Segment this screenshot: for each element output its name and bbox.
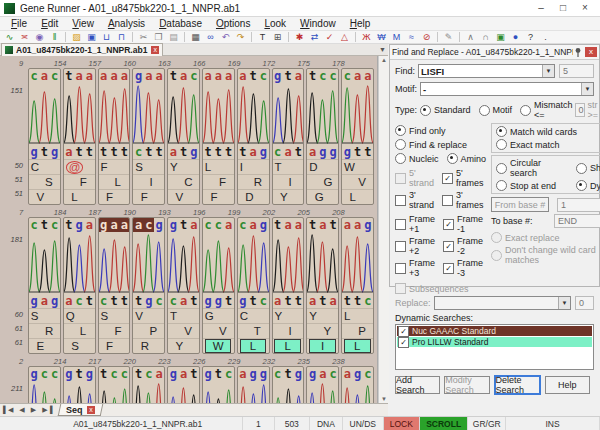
motif-m-icon[interactable]: M — [389, 31, 404, 43]
tab-list-dropdown-icon[interactable]: ▼ — [379, 46, 386, 53]
menu-look[interactable]: Look — [257, 18, 293, 29]
copy-icon[interactable]: ❐ — [151, 31, 166, 43]
check-frame-m1[interactable]: ✓Frame -1 — [443, 214, 483, 234]
check-3-strand[interactable]: 3' strand — [395, 190, 434, 210]
scroll-down-icon[interactable]: ▼ — [381, 395, 387, 403]
next-sheet-icon[interactable]: ▶ — [28, 406, 39, 414]
enzyme-icon[interactable]: ✱ — [292, 31, 307, 43]
check-5-frames[interactable]: ✓5' frames — [442, 168, 484, 188]
radio-nucleic[interactable]: Nucleic — [395, 153, 439, 164]
codon-cell[interactable]: caggtcCTL — [237, 217, 270, 354]
codon-cell[interactable]: taaatt@FL — [63, 68, 96, 205]
codon-cell[interactable]: aagttcLPL — [341, 217, 374, 354]
codon-cell[interactable]: gac — [306, 366, 339, 403]
check-frame-m2[interactable]: ✓Frame -2 — [443, 236, 483, 256]
codon-cell[interactable]: tgaactQLS — [63, 217, 96, 354]
open-folder-icon[interactable]: ▨ — [69, 31, 84, 43]
seq-tab-close-icon[interactable]: x — [87, 406, 95, 414]
delete-search-button[interactable]: Delete Search — [494, 375, 541, 395]
radio-show-all[interactable]: Show all — [576, 158, 600, 178]
check-frame-p3[interactable]: Frame +3 — [395, 258, 435, 278]
dynamic-search-item[interactable]: ✓Pro LILLW Standard — [397, 337, 592, 347]
codon-cell[interactable]: gtacatTIY — [272, 68, 305, 205]
menu-window[interactable]: Window — [293, 18, 343, 29]
orf-icon[interactable]: Ж — [359, 31, 374, 43]
prev-sheet-icon[interactable]: ◀ — [16, 406, 27, 414]
save-icon[interactable]: ▣ — [84, 31, 99, 43]
radio-exact-match[interactable]: Exact match — [496, 139, 600, 150]
codon-cell[interactable]: acgtgcVPR — [132, 217, 165, 354]
unlock-icon[interactable]: ⊔ — [99, 31, 114, 43]
menu-view[interactable]: View — [65, 18, 101, 29]
menu-file[interactable]: File — [4, 18, 34, 29]
radio-dynamic[interactable]: Dynamic — [576, 180, 600, 191]
minimize-button[interactable]: – — [530, 1, 552, 16]
codon-cell[interactable]: caagttWVL — [341, 68, 374, 205]
menu-edit[interactable]: Edit — [34, 18, 65, 29]
codon-cell[interactable]: gaacttSIF — [132, 68, 165, 205]
hairpin-icon[interactable]: ∧ — [463, 31, 478, 43]
check-5-strand[interactable]: 5' strand — [395, 168, 434, 188]
vertical-scrollbar[interactable]: ▲ ▼ — [378, 56, 389, 403]
menu-options[interactable]: Options — [209, 18, 257, 29]
codon-cell[interactable]: tcc — [98, 366, 131, 403]
trace-icon[interactable]: ∿ — [2, 31, 17, 43]
first-sheet-icon[interactable]: ▌◀ — [0, 406, 16, 414]
pin-icon[interactable] — [573, 47, 583, 58]
chromatogram-view[interactable]: 9154157160163166169172175178151505151cac… — [0, 56, 378, 403]
radio-match-wild[interactable]: Match wild cards — [496, 126, 600, 137]
radio-find-only[interactable]: Find only — [395, 125, 483, 136]
radio-exact-replace[interactable]: Exact replace — [491, 232, 600, 243]
codon-cell[interactable]: ctcgagSRE — [28, 217, 61, 354]
pattern-icon[interactable]: ▣ — [493, 31, 508, 43]
check-subsequences[interactable]: Subsequences — [395, 283, 483, 294]
radio-dont-change[interactable]: Don't change wild card matches — [491, 245, 600, 265]
paste-icon[interactable]: ▤ — [166, 31, 181, 43]
dynamic-search-item[interactable]: ✓Nuc GAAAC Standard — [397, 326, 592, 336]
find-input[interactable]: LISFI ▼ — [418, 64, 555, 78]
help-button[interactable]: Help — [545, 376, 590, 394]
radio-stop-at-end[interactable]: Stop at end — [496, 180, 568, 191]
radio-motif[interactable]: Motif — [479, 105, 513, 116]
codon-cell[interactable]: ccaggtGVW — [202, 217, 235, 354]
radio-standard[interactable]: Standard — [420, 105, 471, 116]
find-dropdown-icon[interactable]: ▼ — [542, 65, 554, 77]
menu-analysis[interactable]: Analysis — [101, 18, 152, 29]
print-icon[interactable]: ▦ — [188, 31, 203, 43]
tab-seq[interactable]: Seq x — [58, 404, 103, 416]
codon-cell[interactable]: ctg — [272, 366, 305, 403]
cut-icon[interactable]: ✂ — [136, 31, 151, 43]
codon-cell[interactable]: gcc — [28, 366, 61, 403]
check-3-frames[interactable]: 3' frames — [442, 190, 484, 210]
sequence-icon[interactable]: ≍ — [17, 31, 32, 43]
question-icon[interactable]: ? — [523, 31, 538, 43]
find-panel-close-icon[interactable]: x — [585, 47, 597, 57]
codon-cell[interactable]: atctagIRD — [237, 68, 270, 205]
motif-dropdown-icon[interactable]: ▼ — [581, 83, 593, 95]
codon-cell[interactable]: tccaggDGG — [306, 68, 339, 205]
document-tab[interactable]: A01_u8475bk220-1_1_NNPR.ab1 x — [1, 43, 163, 56]
stop-icon[interactable]: ⊘ — [419, 31, 434, 43]
loop-icon[interactable]: ∩ — [478, 31, 493, 43]
help-globe-icon[interactable]: ● — [508, 31, 523, 43]
from-base-button[interactable]: From base # — [491, 197, 549, 212]
search-checkbox[interactable]: ✓ — [398, 326, 409, 337]
check-frame-p1[interactable]: Frame +1 — [395, 214, 435, 234]
radio-circular[interactable]: Circular search — [496, 158, 568, 178]
from-base-field[interactable]: 1 — [557, 198, 600, 212]
codon-cell[interactable]: gtg — [63, 366, 96, 403]
maximize-button[interactable]: □ — [552, 1, 574, 16]
translate-icon[interactable]: ⇄ — [307, 31, 322, 43]
menu-help[interactable]: Help — [343, 18, 378, 29]
grid-icon[interactable]: ⊞ — [270, 31, 285, 43]
dot-icon[interactable]: . — [538, 31, 553, 43]
modify-search-button[interactable]: Modify Search — [444, 376, 489, 394]
last-sheet-icon[interactable]: ▶▐ — [39, 406, 55, 414]
menu-database[interactable]: Database — [152, 18, 209, 29]
close-button[interactable]: × — [574, 1, 596, 16]
codon-cell[interactable]: tacatgYCV — [167, 68, 200, 205]
radio-mismatch[interactable]: Mismatch <= — [520, 100, 573, 120]
eye-icon[interactable]: ◉ — [32, 31, 47, 43]
replace-dropdown-icon[interactable]: ▼ — [558, 297, 570, 309]
search-checkbox[interactable]: ✓ — [398, 337, 409, 348]
